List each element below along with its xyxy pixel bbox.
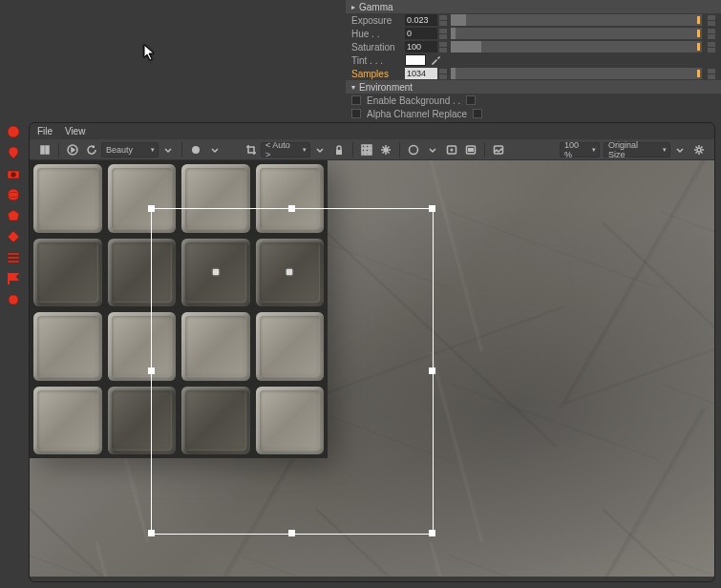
hue-label: Hue . . <box>351 29 405 39</box>
grid-icon[interactable] <box>359 142 374 158</box>
saturation-spinner-right[interactable] <box>708 41 715 52</box>
handle-mr[interactable] <box>429 368 435 374</box>
enable-bg-checkbox-2[interactable] <box>466 95 476 105</box>
enable-bg-checkbox[interactable] <box>351 95 361 105</box>
exposure-spinner[interactable] <box>439 14 447 26</box>
menu-view[interactable]: View <box>65 126 86 136</box>
handle-bl[interactable] <box>148 530 155 536</box>
svg-point-2 <box>11 173 16 178</box>
svg-rect-8 <box>41 146 44 154</box>
sphere-icon[interactable] <box>4 122 23 141</box>
separator <box>399 142 400 158</box>
samples-spinner[interactable] <box>439 68 447 79</box>
section-gamma[interactable]: Gamma <box>346 0 721 13</box>
svg-rect-26 <box>468 148 474 152</box>
pin-icon[interactable] <box>4 143 23 162</box>
viewer-toolbar: Beauty < Auto > 100 % Original Size <box>30 139 714 160</box>
layer-dropdown[interactable]: Beauty <box>101 142 159 158</box>
row-exposure: Exposure <box>346 13 721 27</box>
image-icon[interactable] <box>491 142 506 158</box>
render-canvas[interactable] <box>30 160 714 577</box>
tint-swatch[interactable] <box>405 54 426 66</box>
svg-rect-13 <box>362 145 365 148</box>
zoom-dropdown[interactable]: 100 % <box>560 142 600 158</box>
dropdown-caret-icon[interactable] <box>312 142 328 158</box>
lock-icon[interactable] <box>331 142 347 158</box>
tile <box>33 164 102 233</box>
svg-rect-17 <box>366 149 369 152</box>
alpha-checkbox-2[interactable] <box>473 109 482 118</box>
samples-label: Samples <box>351 69 405 79</box>
row-samples: Samples <box>346 67 721 80</box>
menu-file[interactable]: File <box>37 126 53 136</box>
pause-icon[interactable] <box>37 142 53 158</box>
alpha-checkbox[interactable] <box>351 109 361 118</box>
exposure-slider[interactable] <box>451 14 702 26</box>
handle-tl[interactable] <box>148 205 155 212</box>
samples-slider[interactable] <box>451 68 702 79</box>
exposure-input[interactable] <box>405 14 437 26</box>
handle-br[interactable] <box>429 530 435 536</box>
saturation-spinner[interactable] <box>439 41 447 52</box>
size-dropdown[interactable]: Original Size <box>604 142 670 158</box>
svg-rect-6 <box>8 257 19 259</box>
samples-input[interactable] <box>405 68 437 79</box>
hue-slider[interactable] <box>451 28 702 39</box>
row-hue: Hue . . <box>346 27 721 40</box>
hue-spinner-right[interactable] <box>708 28 715 39</box>
exposure-spinner-right[interactable] <box>708 14 715 26</box>
tint-label: Tint . . . <box>351 55 405 66</box>
list-icon[interactable] <box>4 248 23 267</box>
gear-icon[interactable] <box>691 142 707 158</box>
saturation-slider[interactable] <box>451 41 702 52</box>
refresh-icon[interactable] <box>84 142 99 158</box>
svg-rect-16 <box>362 149 365 152</box>
tile <box>33 387 102 455</box>
channels-icon[interactable] <box>188 142 203 158</box>
samples-spinner-right[interactable] <box>708 68 715 79</box>
hue-input[interactable] <box>405 28 437 39</box>
section-gamma-label: Gamma <box>359 2 393 12</box>
play-icon[interactable] <box>65 142 80 158</box>
handle-tr[interactable] <box>429 205 435 212</box>
row-alpha: Alpha Channel Replace <box>346 107 721 120</box>
svg-rect-14 <box>366 145 369 148</box>
hue-spinner[interactable] <box>439 28 447 39</box>
saturation-input[interactable] <box>405 41 437 52</box>
globe-icon[interactable] <box>4 185 23 204</box>
handle-bm[interactable] <box>288 530 295 536</box>
render-viewer: File View Beauty < Auto > 100 % Original… <box>29 122 715 582</box>
selection-rectangle[interactable] <box>151 208 434 535</box>
crop-icon[interactable] <box>244 142 259 158</box>
viewer-menubar: File View <box>30 123 714 139</box>
flag-icon[interactable] <box>4 269 23 288</box>
svg-point-24 <box>451 148 454 151</box>
dropdown-caret-icon[interactable] <box>672 142 688 158</box>
enable-bg-label: Enable Background . . <box>367 95 460 106</box>
snapshot-b-icon[interactable] <box>463 142 478 158</box>
dropdown-caret-icon[interactable] <box>160 142 176 158</box>
svg-point-28 <box>697 148 701 152</box>
row-tint: Tint . . . <box>346 53 721 67</box>
svg-point-11 <box>192 146 200 154</box>
auto-dropdown[interactable]: < Auto > <box>261 142 310 158</box>
polyhedron-icon[interactable] <box>4 206 23 225</box>
svg-point-0 <box>8 126 19 137</box>
separator <box>58 142 59 158</box>
circle-icon[interactable] <box>406 142 421 158</box>
snapshot-a-icon[interactable] <box>444 142 459 158</box>
separator <box>181 142 182 158</box>
camera-icon[interactable] <box>4 164 23 183</box>
blob-icon[interactable] <box>4 290 23 309</box>
tool-strip <box>2 122 25 309</box>
dropdown-caret-icon[interactable] <box>425 142 440 158</box>
diamond-icon[interactable] <box>4 227 23 246</box>
handle-ml[interactable] <box>148 368 155 374</box>
dropdown-caret-icon[interactable] <box>207 142 223 158</box>
section-environment[interactable]: Environment <box>346 80 721 94</box>
snowflake-icon[interactable] <box>378 142 393 158</box>
eyedropper-icon[interactable] <box>430 54 441 66</box>
svg-point-22 <box>410 145 418 154</box>
mouse-cursor <box>143 44 157 63</box>
handle-tm[interactable] <box>288 205 295 212</box>
